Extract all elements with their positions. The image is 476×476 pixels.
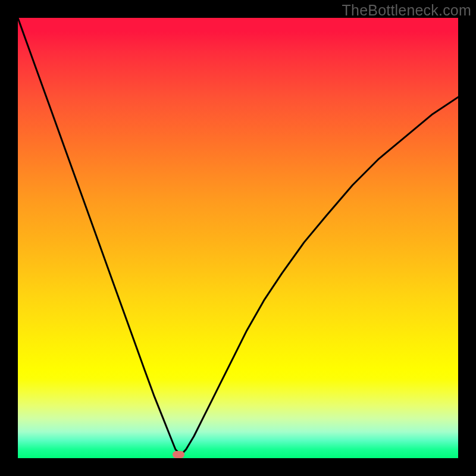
plot-area — [18, 18, 458, 458]
bottleneck-curve — [18, 18, 458, 458]
curve-path — [18, 18, 458, 455]
watermark: TheBottleneck.com — [342, 2, 471, 19]
optimal-point-marker — [173, 451, 184, 458]
